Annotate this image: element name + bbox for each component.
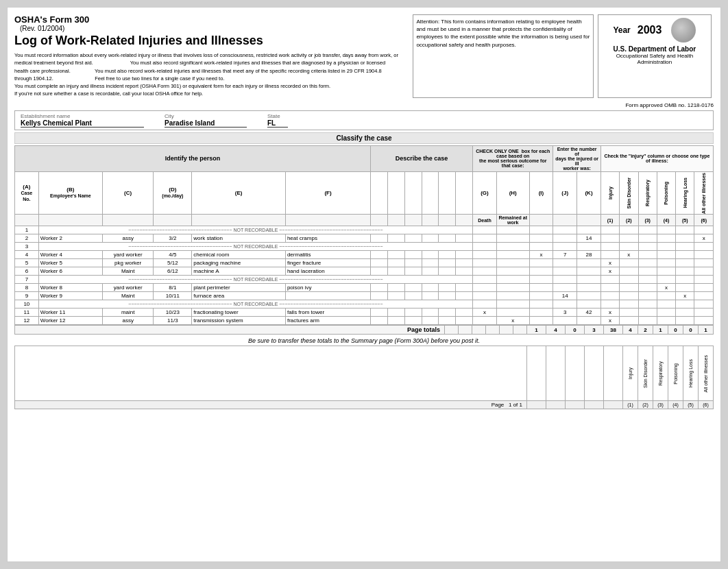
col-blank1 (371, 171, 388, 215)
row-restr-days (577, 292, 601, 300)
row-m3 (638, 251, 657, 259)
bottom-totals-headers: Injury Skin Disorder Respiratory Poisoni… (14, 346, 714, 409)
row-m5: x (676, 292, 694, 300)
row-num: 8 (15, 284, 39, 292)
bottom-G (527, 346, 546, 401)
row-death (473, 234, 497, 243)
nr-m5 (676, 276, 694, 284)
page-totals-row: Page totals 1 4 0 3 38 4 2 1 0 0 1 (15, 326, 714, 335)
row-m6: x (694, 234, 714, 243)
row-away-days (553, 234, 577, 243)
col-k-blank (577, 215, 601, 226)
row-blank3 (404, 292, 422, 300)
col-blank2 (387, 171, 404, 215)
row-blank6 (456, 259, 473, 267)
col-m-resp: Respiratory (638, 171, 657, 215)
total-M1: 4 (623, 326, 638, 335)
nr-m4 (657, 300, 675, 308)
row-m4 (657, 292, 675, 300)
row-blank2 (387, 259, 404, 267)
not-recordable-text: ~~~~~~~~~~~~~~~~~~~~~~~~~~~~~~~~~~~~~ NO… (38, 226, 472, 234)
row-restricted (529, 259, 553, 267)
bottom-num3: (3) (653, 401, 668, 409)
row-away-days (553, 259, 577, 267)
est-state-field: State FL (267, 113, 288, 128)
bottom-J (585, 346, 604, 401)
col-blank7 (371, 215, 388, 226)
row-blank4 (422, 308, 439, 317)
row-blank5 (439, 234, 456, 243)
col-blank4 (422, 171, 439, 215)
row-death (473, 284, 497, 292)
row-blank2 (387, 317, 404, 325)
row-m4 (657, 234, 675, 243)
row-blank4 (422, 267, 439, 276)
page-label-bottom: Page 1 of 1 (15, 401, 527, 409)
row-how: dermatitis (285, 251, 370, 259)
classify-header: Classify the case (14, 132, 714, 144)
row-restr-days (577, 317, 601, 325)
col-m-injury: Injury (600, 171, 619, 215)
nr-m4 (657, 276, 675, 284)
m1-sub: (1) (600, 215, 619, 226)
col-a-num (15, 215, 39, 226)
nr-k (577, 226, 601, 234)
row-m5 (676, 259, 694, 267)
attention-box: Attention: This form contains informatio… (413, 14, 593, 98)
row-m3 (638, 234, 657, 243)
m3-sub: (3) (638, 215, 657, 226)
bottom-m5: Hearing Loss (683, 346, 699, 401)
not-recordable-text: ~~~~~~~~~~~~~~~~~~~~~~~~~~~~~~~~~~~~~ NO… (38, 300, 472, 308)
row-name: Worker 8 (38, 284, 102, 292)
dept-name: U.S. Department of Labor (601, 45, 709, 53)
row-m2 (620, 317, 638, 325)
row-m5 (676, 251, 694, 259)
row-num: 7 (15, 276, 39, 284)
row-job: yard worker (102, 284, 154, 292)
row-m6 (694, 308, 714, 317)
row-m5 (676, 317, 694, 325)
total-J: 3 (585, 326, 604, 335)
describe-section-header: Describe the case (371, 145, 473, 171)
bottom-m1: Injury (623, 346, 638, 401)
row-restricted (529, 317, 553, 325)
nr-m4 (657, 226, 675, 234)
row-blank2 (387, 234, 404, 243)
year-value: 2003 (638, 24, 662, 36)
row-num: 2 (15, 234, 39, 243)
row-job: assy (102, 317, 154, 325)
row-m3 (638, 267, 657, 276)
bottom-blank (15, 346, 527, 401)
table-row: 8 Worker 8 yard worker 8/1 plant perimet… (15, 284, 714, 292)
row-num: 6 (15, 267, 39, 276)
row-blank6 (456, 234, 473, 243)
row-date: 10/11 (154, 292, 192, 300)
bottom-total-G (527, 401, 546, 409)
osha-form-300: OSHA's Form 300 (Rev. 01/2004) Log of Wo… (7, 7, 721, 562)
row-death (473, 251, 497, 259)
nr-m5 (676, 300, 694, 308)
col-blank11 (439, 215, 456, 226)
row-how: falls from tower (285, 308, 370, 317)
row-blank3 (404, 259, 422, 267)
nr-m1 (600, 226, 619, 234)
total-blank3 (472, 326, 486, 335)
row-blank5 (439, 292, 456, 300)
row-restr-days: 42 (577, 308, 601, 317)
row-date: 5/12 (154, 259, 192, 267)
row-restricted (529, 234, 553, 243)
row-restr-days (577, 267, 601, 276)
col-b-header: (B)Employee's Name (38, 171, 102, 215)
row-blank3 (404, 234, 422, 243)
bottom-m4: Poisoning (668, 346, 683, 401)
nr-i (529, 276, 553, 284)
row-restricted (529, 292, 553, 300)
row-remained (496, 284, 529, 292)
row-how: hand laceration (285, 267, 370, 276)
row-death (473, 267, 497, 276)
row-m4 (657, 267, 675, 276)
total-blank5 (500, 326, 513, 335)
bottom-total-I (566, 401, 585, 409)
row-restr-days: 28 (577, 251, 601, 259)
row-death: x (473, 308, 497, 317)
